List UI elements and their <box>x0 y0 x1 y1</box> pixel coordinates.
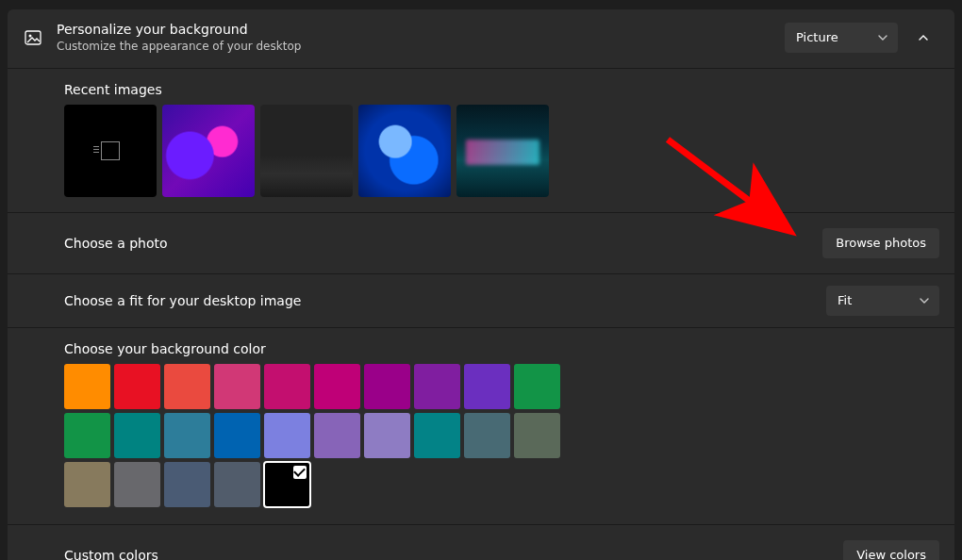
background-type-value: Picture <box>796 30 838 44</box>
color-swatch[interactable] <box>414 413 460 458</box>
color-swatch[interactable] <box>514 413 560 458</box>
choose-photo-row: Choose a photo Browse photos <box>8 212 954 273</box>
recent-image-thumb[interactable] <box>260 105 353 197</box>
header-subtitle: Customize the appearance of your desktop <box>57 40 785 55</box>
custom-colors-label: Custom colors <box>64 548 843 560</box>
color-swatch[interactable] <box>264 364 310 409</box>
color-swatch[interactable] <box>314 413 360 458</box>
color-swatch[interactable] <box>464 413 510 458</box>
color-swatch[interactable] <box>114 462 160 507</box>
image-icon <box>23 27 43 48</box>
browse-photos-label: Browse photos <box>836 236 926 250</box>
color-swatch[interactable] <box>264 413 310 458</box>
collapse-button[interactable] <box>907 22 939 54</box>
header-title: Personalize your background <box>57 21 785 38</box>
color-swatch-selected[interactable] <box>264 462 310 507</box>
view-colors-button[interactable]: View colors <box>843 540 939 560</box>
color-swatch[interactable] <box>464 364 510 409</box>
background-header: Personalize your background Customize th… <box>8 9 954 68</box>
recent-image-thumb[interactable] <box>162 105 255 197</box>
color-swatch[interactable] <box>164 413 210 458</box>
chevron-down-icon <box>919 295 930 306</box>
color-swatch[interactable] <box>364 364 410 409</box>
color-swatch-grid <box>64 364 573 507</box>
color-swatch[interactable] <box>514 364 560 409</box>
recent-images-label: Recent images <box>64 82 939 97</box>
recent-images-block: Recent images <box>8 68 954 212</box>
color-swatch[interactable] <box>114 413 160 458</box>
color-swatch[interactable] <box>314 364 360 409</box>
color-label: Choose your background color <box>64 341 939 356</box>
background-type-select[interactable]: Picture <box>785 23 898 53</box>
custom-colors-row: Custom colors View colors <box>8 524 954 560</box>
browse-photos-button[interactable]: Browse photos <box>822 228 939 258</box>
fit-row: Choose a fit for your desktop image Fit <box>8 273 954 327</box>
color-block: Choose your background color <box>8 327 954 524</box>
color-swatch[interactable] <box>64 413 110 458</box>
color-swatch[interactable] <box>164 462 210 507</box>
color-swatch[interactable] <box>364 413 410 458</box>
color-swatch[interactable] <box>214 364 260 409</box>
color-swatch[interactable] <box>64 462 110 507</box>
svg-point-1 <box>29 34 32 37</box>
fit-label: Choose a fit for your desktop image <box>64 293 826 308</box>
color-swatch[interactable] <box>414 364 460 409</box>
recent-image-thumb[interactable] <box>456 105 549 197</box>
fit-value: Fit <box>838 293 852 307</box>
fit-select[interactable]: Fit <box>826 286 939 316</box>
chevron-up-icon <box>917 31 930 44</box>
color-swatch[interactable] <box>164 364 210 409</box>
choose-photo-label: Choose a photo <box>64 236 822 251</box>
chevron-down-icon <box>877 32 888 43</box>
color-swatch[interactable] <box>64 364 110 409</box>
recent-image-thumb[interactable] <box>358 105 451 197</box>
color-swatch[interactable] <box>214 462 260 507</box>
color-swatch[interactable] <box>114 364 160 409</box>
recent-image-thumb[interactable] <box>64 105 157 197</box>
color-swatch[interactable] <box>214 413 260 458</box>
view-colors-label: View colors <box>856 548 926 560</box>
